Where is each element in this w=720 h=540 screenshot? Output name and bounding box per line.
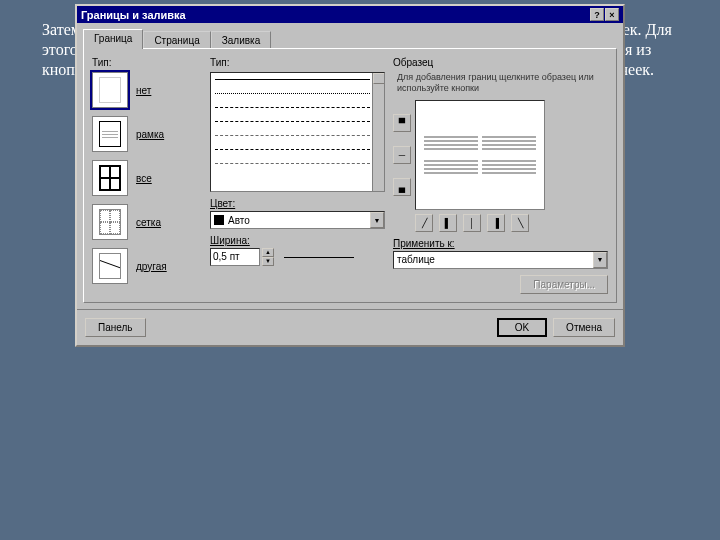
color-value: Авто bbox=[228, 215, 250, 226]
width-input[interactable]: 0,5 пт bbox=[210, 248, 260, 266]
type-all-label: все bbox=[136, 173, 152, 184]
type-none[interactable]: нет bbox=[92, 72, 202, 108]
preview-label: Образец bbox=[393, 57, 608, 68]
scroll-up-icon[interactable]: ▲ bbox=[373, 73, 385, 84]
titlebar: Границы и заливка ? × bbox=[77, 6, 623, 23]
color-label: Цвет: bbox=[210, 198, 385, 209]
type-all[interactable]: все bbox=[92, 160, 202, 196]
borders-shading-dialog: Границы и заливка ? × Граница Страница З… bbox=[75, 4, 625, 347]
tab-panel-border: Тип: нет рамка все сетк bbox=[83, 48, 617, 303]
type-grid[interactable]: сетка bbox=[92, 204, 202, 240]
width-label: Ширина: bbox=[210, 235, 385, 246]
width-preview-line bbox=[284, 257, 354, 258]
tab-border[interactable]: Граница bbox=[83, 29, 143, 49]
panel-button[interactable]: Панель bbox=[85, 318, 146, 337]
apply-label: Применить к: bbox=[393, 238, 608, 249]
apply-value: таблице bbox=[397, 254, 435, 265]
type-grid-label: сетка bbox=[136, 217, 161, 228]
type-box-label: рамка bbox=[136, 129, 164, 140]
edge-vmid-button[interactable]: │ bbox=[463, 214, 481, 232]
edge-bottom-button[interactable]: ▄ bbox=[393, 178, 411, 196]
line-style-list[interactable]: ▲ bbox=[210, 72, 385, 192]
type-none-label: нет bbox=[136, 85, 151, 96]
type-label: Тип: bbox=[92, 57, 202, 68]
color-swatch-icon bbox=[214, 215, 224, 225]
type-custom[interactable]: другая bbox=[92, 248, 202, 284]
ok-button[interactable]: OK bbox=[497, 318, 547, 337]
edge-diag2-button[interactable]: ╲ bbox=[511, 214, 529, 232]
cancel-button[interactable]: Отмена bbox=[553, 318, 615, 337]
style-label: Тип: bbox=[210, 57, 385, 68]
style-scrollbar[interactable]: ▲ bbox=[372, 73, 384, 191]
options-button: Параметры... bbox=[520, 275, 608, 294]
chevron-down-icon[interactable]: ▼ bbox=[370, 212, 384, 228]
edge-right-button[interactable]: ▐ bbox=[487, 214, 505, 232]
edge-diag1-button[interactable]: ╱ bbox=[415, 214, 433, 232]
width-down-icon[interactable]: ▼ bbox=[262, 257, 274, 266]
tab-page[interactable]: Страница bbox=[143, 31, 210, 48]
apply-dropdown[interactable]: таблице ▼ bbox=[393, 251, 608, 269]
dialog-title: Границы и заливка bbox=[81, 9, 186, 21]
preview-hint: Для добавления границ щелкните образец и… bbox=[393, 72, 608, 94]
edge-top-button[interactable]: ▀ bbox=[393, 114, 411, 132]
edge-hmid-button[interactable]: ─ bbox=[393, 146, 411, 164]
close-icon[interactable]: × bbox=[605, 8, 619, 21]
type-box[interactable]: рамка bbox=[92, 116, 202, 152]
help-icon[interactable]: ? bbox=[590, 8, 604, 21]
width-up-icon[interactable]: ▲ bbox=[262, 248, 274, 257]
edge-left-button[interactable]: ▌ bbox=[439, 214, 457, 232]
tab-strip: Граница Страница Заливка bbox=[83, 29, 617, 48]
color-dropdown[interactable]: Авто ▼ bbox=[210, 211, 385, 229]
preview-box[interactable] bbox=[415, 100, 545, 210]
tab-fill[interactable]: Заливка bbox=[211, 31, 272, 48]
dialog-footer: Панель OK Отмена bbox=[77, 309, 623, 345]
chevron-down-icon[interactable]: ▼ bbox=[593, 252, 607, 268]
type-custom-label: другая bbox=[136, 261, 167, 272]
